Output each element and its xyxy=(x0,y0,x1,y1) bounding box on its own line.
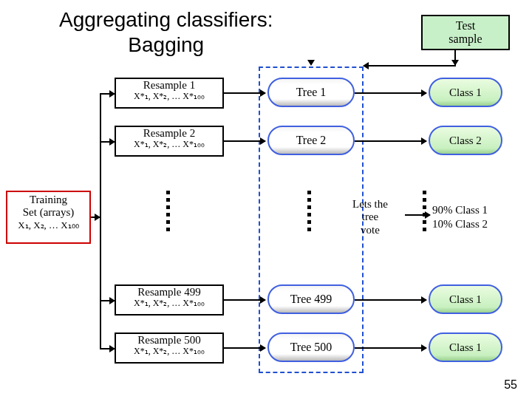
class-2-out: Class 2 xyxy=(429,126,502,155)
vote-l2: tree xyxy=(362,211,378,222)
arr-t500-c500 xyxy=(355,347,426,349)
class-500-out: Class 1 xyxy=(429,332,502,362)
resample-2-title: Resample 2 xyxy=(116,127,222,140)
arr-r499-t499 xyxy=(224,299,265,301)
arr-train-r499 xyxy=(100,300,115,301)
final-l2: 10% Class 2 xyxy=(432,218,488,230)
class-499-label: Class 1 xyxy=(449,293,482,305)
arr-train-r2 xyxy=(100,141,115,143)
arr-train-r500 xyxy=(100,348,115,349)
final-result: 90% Class 1 10% Class 2 xyxy=(432,203,488,231)
vote-l1: Lets the xyxy=(352,198,388,210)
arr-test-to-trees xyxy=(364,65,456,66)
resample-1-title: Resample 1 xyxy=(116,79,222,92)
resample-1-detail: X*₁, X*₂, … X*₁₀₀ xyxy=(116,92,222,102)
dots-resample xyxy=(166,191,170,231)
test-sample-l1: Test xyxy=(456,19,475,32)
resample-499-title: Resample 499 xyxy=(116,286,222,299)
arr-r1-t1 xyxy=(224,92,265,94)
resample-500-detail: X*₁, X*₂, … X*₁₀₀ xyxy=(116,347,222,357)
class-500-label: Class 1 xyxy=(449,341,482,353)
tree-499-node: Tree 499 xyxy=(267,284,355,314)
arr-t2-c2 xyxy=(355,140,426,142)
arr-r500-t500 xyxy=(224,347,265,349)
tree-2-node: Tree 2 xyxy=(267,126,355,155)
arr-test-down xyxy=(454,50,456,65)
tree-500-label: Tree 500 xyxy=(290,341,332,353)
dots-tree xyxy=(307,191,311,231)
vote-l3: vote xyxy=(361,224,380,236)
class-1-out: Class 1 xyxy=(429,78,502,107)
tree-499-label: Tree 499 xyxy=(290,293,332,305)
resample-1-box: Resample 1 X*₁, X*₂, … X*₁₀₀ xyxy=(115,78,224,109)
training-members: X₁, X₂, … X₁₀₀ xyxy=(18,219,78,231)
arr-vote-final xyxy=(405,214,430,216)
tree-1-node: Tree 1 xyxy=(267,78,355,107)
final-l1: 90% Class 1 xyxy=(432,204,488,216)
arr-train-r1 xyxy=(100,93,115,95)
slide-title: Aggregating classifiers: Bagging xyxy=(59,7,273,57)
title-line1: Aggregating classifiers: xyxy=(59,8,273,31)
training-set-box: Training Set (arrays) X₁, X₂, … X₁₀₀ xyxy=(6,191,91,244)
tree-1-label: Tree 1 xyxy=(296,86,327,98)
class-1-label: Class 1 xyxy=(449,86,482,98)
page-number: 55 xyxy=(504,378,517,392)
test-sample-box: Test sample xyxy=(421,15,510,50)
resample-500-box: Resample 500 X*₁, X*₂, … X*₁₀₀ xyxy=(115,332,224,364)
title-line2: Bagging xyxy=(128,33,204,56)
arr-r2-t2 xyxy=(224,140,265,142)
arr-t499-c499 xyxy=(355,299,426,301)
tree-500-node: Tree 500 xyxy=(267,332,355,362)
training-l2: Set (arrays) xyxy=(23,206,75,218)
class-499-out: Class 1 xyxy=(429,284,502,314)
resample-2-box: Resample 2 X*₁, X*₂, … X*₁₀₀ xyxy=(115,126,224,157)
training-l1: Training xyxy=(30,194,67,205)
resample-2-detail: X*₁, X*₂, … X*₁₀₀ xyxy=(116,140,222,150)
arr-t1-c1 xyxy=(355,92,426,94)
test-sample-l2: sample xyxy=(449,33,482,45)
resample-499-detail: X*₁, X*₂, … X*₁₀₀ xyxy=(116,299,222,309)
vote-label: Lets the tree vote xyxy=(337,198,403,236)
resample-500-title: Resample 500 xyxy=(116,334,222,347)
class-2-label: Class 2 xyxy=(449,134,482,146)
tree-2-label: Tree 2 xyxy=(296,134,327,146)
resample-499-box: Resample 499 X*₁, X*₂, … X*₁₀₀ xyxy=(115,284,224,316)
trunk-feed xyxy=(91,216,100,218)
